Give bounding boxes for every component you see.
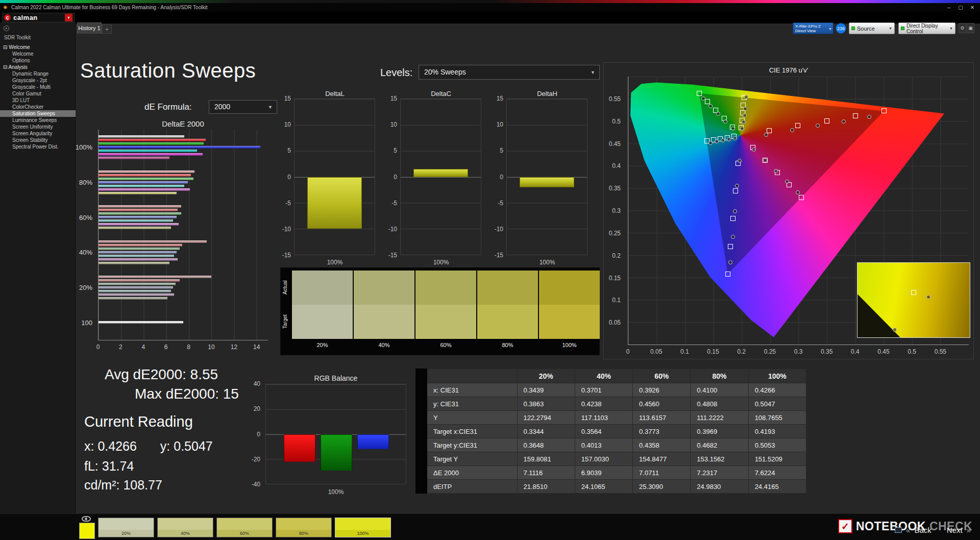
sidebar-title: SDR Toolkit [4,35,31,40]
maximize-button[interactable]: ▢ [955,3,966,12]
measurement-marker [731,235,735,239]
deltae-group-40 [99,235,268,270]
tab-history-1[interactable]: History 1 [77,22,102,34]
patch-tile-40[interactable]: 40% [157,518,213,537]
measurement-marker [733,209,737,213]
target-marker [853,113,858,118]
deltae-tick-label: 60% [70,200,96,235]
add-tab-button[interactable]: + [102,24,112,34]
patch-tile-label: 20% [99,531,154,536]
levels-select[interactable]: 20% Sweeps ▼ [419,65,600,80]
sidebar-item-colorchecker[interactable]: ColorChecker [0,104,76,110]
status-green-icon [851,27,855,30]
sidebar-item-grayscale-multi[interactable]: Grayscale - Multi [0,84,76,90]
meter-line1: X-Rite i1Pro 2 [795,24,828,29]
target-marker [767,128,772,133]
screen-icon[interactable]: ▣ [967,23,974,33]
rgb-balance-title: RGB Balance [265,374,406,382]
cie-zoom-inset [857,262,970,338]
inset-measurement-marker [926,295,930,299]
sidebar-item-luminance-sweeps[interactable]: Luminance Sweeps [0,117,76,124]
source-dropdown[interactable]: Source ▼ [849,22,895,34]
deltae-bar [99,321,183,324]
rgb-bar-red [284,434,315,462]
patch-tile-label: 60% [217,531,272,536]
sidebar-item-color-gamut[interactable]: Color Gamut [0,90,76,97]
measurement-marker [842,119,846,124]
chart-deltac: DeltaC151050-5-10-15100% [377,90,482,269]
measurement-marker [790,128,794,132]
meter-line2: Direct View [795,29,828,33]
inset-point-marker [893,328,897,332]
measurement-marker [764,133,768,137]
table-row-e-2000: ΔE 20007.11166.90397.07117.23177.6224 [416,466,806,480]
cie-y-axis: 0.050.10.150.20.250.30.350.40.450.50.55 [599,77,624,345]
source-label: Source [857,26,887,32]
sidebar-item-3d-lut[interactable]: 3D LUT [0,97,76,104]
swatch-columns: 20%40%60%80%100% [292,271,600,353]
logo-dropdown-icon[interactable]: ▾ [65,14,72,21]
patch-tile-label: 80% [276,531,331,536]
minimize-button[interactable]: – [943,3,954,12]
nav-buttons: « Back Next » [895,526,971,534]
target-marker [697,91,702,96]
gear-icon[interactable]: ⚙ [959,23,966,33]
sidebar-item-analysis[interactable]: ⊟ Analysis [0,64,76,70]
target-swatch [292,305,353,339]
chevron-down-icon: ▼ [828,27,832,31]
swatch-label: 100% [539,339,600,353]
deltae-chart [98,130,268,340]
deltae-tick-label: 80% [70,165,96,200]
de-formula-value: 2000 [214,103,230,111]
eye-icon[interactable] [82,516,91,522]
sidebar-item-screen-stability[interactable]: Screen Stability [0,137,76,143]
calman-logo-menu[interactable]: c calman ▾ [2,13,75,22]
patch-tile-20[interactable]: 20% [98,518,154,537]
sidebar-options-icon[interactable] [4,26,9,31]
sidebar-item-screen-angularity[interactable]: Screen Angularity [0,130,76,137]
target-swatch [477,305,538,339]
deltae-bar [99,181,188,184]
back-arrow-icon: « [906,526,910,534]
deltae-bar [99,258,178,261]
next-button[interactable]: Next [947,526,963,534]
measurement-marker [723,119,727,124]
sidebar-item-grayscale-2pt[interactable]: Grayscale - 2pt [0,77,76,84]
chevron-down-icon: ▼ [591,65,595,79]
deltae-group-20 [99,270,268,305]
sidebar-item-options[interactable]: Options [0,57,76,64]
meter-dropdown[interactable]: X-Rite i1Pro 2 Direct View ▼ [793,22,834,34]
sidebar-item-saturation-sweeps[interactable]: Saturation Sweeps [0,110,76,117]
de-formula-select[interactable]: 2000 ▼ [209,100,277,114]
patch-tile-80[interactable]: 80% [276,518,332,537]
rgb-bar-green [321,434,352,471]
back-button[interactable]: Back [914,526,931,534]
target-marker [705,99,710,104]
sidebar-item-spectral-power-dist[interactable]: Spectral Power Dist. [0,143,76,150]
patch-tile-60[interactable]: 60% [216,518,273,537]
swatch-column-100: 100% [539,271,600,353]
sidebar-item-welcome[interactable]: ⊟ Welcome [0,44,76,51]
patch-tile-100[interactable]: 100% [335,518,391,537]
table-header-40: 40% [575,369,632,383]
display-control-dropdown[interactable]: Direct Display Control ▼ [898,22,955,34]
current-x: x: 0.4266 [84,439,137,453]
deltae-bar [99,150,197,152]
measurement-marker [740,127,744,131]
sidebar-item-dynamic-range[interactable]: Dynamic Range [0,70,76,77]
inset-shadow-region [857,263,970,337]
sidebar-item-screen-uniformity[interactable]: Screen Uniformity [0,124,76,130]
deltae-bar [99,135,184,138]
deltae-bar [99,255,174,257]
target-marker [733,188,738,193]
deltal-bar [307,177,362,229]
deltae-bar [99,293,174,296]
current-patch-swatch[interactable] [79,523,95,539]
deltae-bar [99,185,184,187]
close-button[interactable]: ✕ [967,3,978,12]
avg-de2000: Avg dE2000: 8.55 [105,366,218,383]
actual-swatch [292,271,353,305]
sidebar-item-welcome[interactable]: Welcome [0,51,76,57]
deltae-bar [99,223,179,226]
swatch-column-20: 20% [292,271,353,353]
